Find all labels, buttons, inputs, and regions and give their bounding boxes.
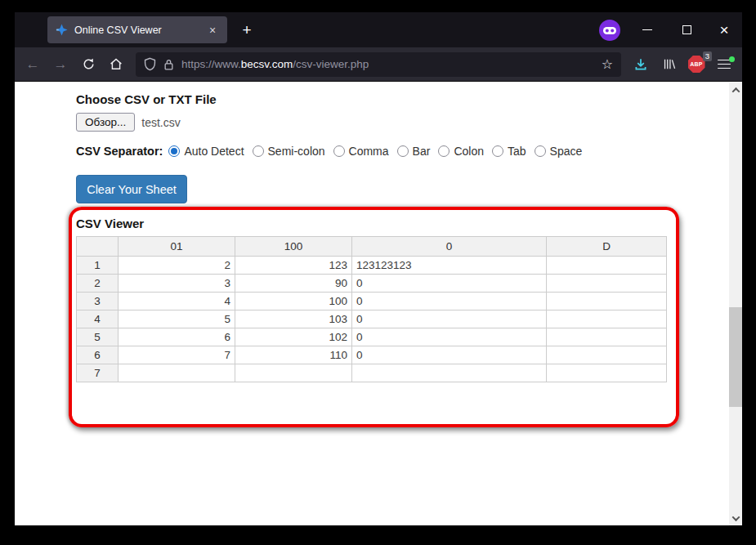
row-number-cell[interactable]: 4 (77, 310, 119, 328)
menu-button[interactable] (710, 51, 738, 78)
row-number-cell[interactable]: 3 (77, 293, 119, 310)
site-favicon-icon (55, 24, 68, 37)
radio-icon[interactable] (438, 145, 450, 157)
downloads-button[interactable] (627, 51, 655, 78)
separator-option-label: Space (550, 145, 583, 158)
page-content: Choose CSV or TXT File Обзор... test.csv… (15, 83, 742, 525)
table-cell[interactable] (235, 364, 352, 382)
table-cell[interactable]: 100 (235, 293, 352, 310)
table-cell[interactable]: 0 (352, 310, 547, 328)
browser-window: Online CSV Viewer × + × ← → https://www.… (15, 12, 742, 525)
table-cell[interactable] (547, 293, 667, 310)
table-cell[interactable]: 90 (235, 275, 352, 293)
table-cell[interactable]: 6 (119, 328, 235, 346)
table-cell[interactable] (119, 364, 235, 382)
separator-option-semi-colon[interactable]: Semi-colon (253, 145, 325, 158)
corner-header-cell[interactable] (77, 237, 119, 257)
row-number-cell[interactable]: 2 (77, 275, 119, 293)
table-cell[interactable] (547, 364, 667, 382)
library-icon (662, 57, 676, 71)
table-cell[interactable]: 110 (235, 346, 352, 364)
tracking-shield-icon (144, 57, 156, 71)
separator-option-space[interactable]: Space (535, 145, 583, 158)
title-bar: Online CSV Viewer × + × (15, 12, 742, 47)
separator-option-auto-detect[interactable]: Auto Detect (168, 145, 244, 158)
table-cell[interactable] (547, 257, 667, 275)
table-row: 451030 (77, 310, 667, 328)
table-cell[interactable]: 123123123 (352, 257, 547, 275)
column-header[interactable]: 0 (352, 237, 547, 257)
close-icon: × (719, 22, 728, 38)
separator-option-comma[interactable]: Comma (333, 145, 389, 158)
table-cell[interactable] (547, 310, 667, 328)
radio-selected-icon[interactable] (168, 145, 180, 157)
browser-toolbar: ← → https://www.becsv.com/csv-viewer.php… (15, 47, 742, 82)
row-number-cell[interactable]: 6 (77, 346, 119, 364)
bookmark-star-icon[interactable]: ☆ (602, 58, 613, 71)
forward-button[interactable]: → (47, 51, 74, 78)
window-maximize-button[interactable] (668, 12, 705, 47)
table-cell[interactable]: 0 (352, 275, 547, 293)
table-row: 23900 (77, 275, 667, 293)
table-cell[interactable] (547, 328, 667, 346)
radio-icon[interactable] (397, 145, 409, 157)
table-cell[interactable]: 0 (352, 328, 547, 346)
hamburger-menu-icon (718, 60, 731, 69)
column-header[interactable]: 100 (235, 237, 352, 257)
table-row: 7 (77, 364, 667, 382)
home-icon (109, 57, 123, 71)
table-cell[interactable]: 0 (352, 293, 547, 310)
browse-file-button[interactable]: Обзор... (76, 113, 135, 132)
radio-icon[interactable] (253, 145, 264, 157)
table-cell[interactable]: 3 (119, 275, 235, 293)
browser-tab[interactable]: Online CSV Viewer × (47, 16, 227, 43)
separator-option-label: Tab (508, 145, 526, 158)
table-cell[interactable]: 7 (119, 346, 235, 364)
column-header[interactable]: D (547, 237, 667, 257)
minimize-icon (642, 29, 652, 31)
table-cell[interactable]: 102 (235, 328, 352, 346)
file-input-row: Обзор... test.csv (76, 113, 181, 132)
url-bar[interactable]: https://www.becsv.com/csv-viewer.php ☆ (136, 52, 621, 77)
separator-option-colon[interactable]: Colon (438, 145, 484, 158)
url-text: https://www.becsv.com/csv-viewer.php (181, 58, 602, 70)
table-cell[interactable]: 4 (119, 293, 235, 310)
new-tab-button[interactable]: + (237, 20, 257, 40)
table-cell[interactable] (547, 275, 667, 293)
separator-option-tab[interactable]: Tab (492, 145, 526, 158)
separator-option-label: Bar (413, 145, 431, 158)
separator-option-bar[interactable]: Bar (397, 145, 431, 158)
adblock-extension-button[interactable]: ABP 3 (682, 51, 710, 78)
table-cell[interactable]: 5 (119, 310, 235, 328)
back-button[interactable]: ← (19, 51, 47, 78)
table-cell[interactable]: 0 (352, 346, 547, 364)
reload-icon (82, 57, 96, 71)
home-button[interactable] (102, 51, 130, 78)
table-cell[interactable] (547, 346, 667, 364)
column-header[interactable]: 01 (119, 237, 235, 257)
scroll-up-button[interactable] (729, 83, 742, 96)
lock-icon (163, 58, 174, 71)
scrollbar-thumb[interactable] (729, 307, 742, 407)
table-cell[interactable]: 2 (119, 257, 235, 275)
window-minimize-button[interactable] (629, 12, 666, 47)
page-scrollbar[interactable] (729, 83, 742, 525)
tab-close-icon[interactable]: × (205, 23, 220, 38)
table-cell[interactable]: 123 (235, 257, 352, 275)
scroll-down-button[interactable] (729, 511, 742, 525)
clear-sheet-button[interactable]: Clear Your Sheet (76, 175, 187, 203)
row-number-cell[interactable]: 1 (77, 257, 119, 275)
radio-icon[interactable] (535, 145, 546, 157)
row-number-cell[interactable]: 7 (77, 364, 119, 382)
table-cell[interactable]: 103 (235, 310, 352, 328)
radio-icon[interactable] (333, 145, 345, 157)
window-close-button[interactable]: × (705, 12, 743, 47)
table-row: 12123123123123 (77, 257, 667, 275)
reload-button[interactable] (74, 51, 102, 78)
table-header-row: 011000D (77, 237, 667, 257)
row-number-cell[interactable]: 5 (77, 328, 119, 346)
chevron-up-icon (731, 87, 740, 95)
table-cell[interactable] (352, 364, 547, 382)
radio-icon[interactable] (492, 145, 503, 157)
library-button[interactable] (655, 51, 682, 78)
